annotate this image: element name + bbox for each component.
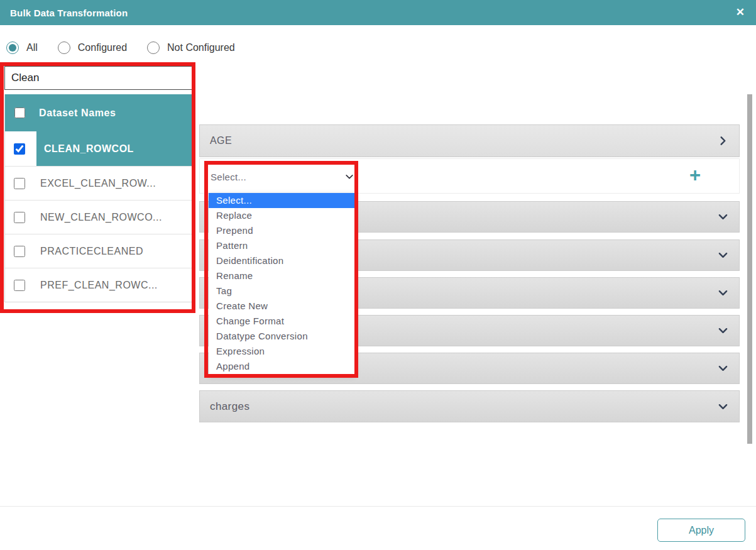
radio-all[interactable]: All (6, 41, 38, 54)
radio-not-configured[interactable]: Not Configured (147, 41, 235, 54)
transformation-select-value: Select... (209, 172, 246, 182)
dataset-name: CLEAN_ROWCOL (36, 131, 192, 166)
radio-all-label: All (26, 42, 38, 53)
bulk-data-transformation-dialog: Bulk Data Transformation ✕ All Configure… (0, 0, 756, 550)
close-icon[interactable]: ✕ (736, 6, 745, 19)
dataset-name: PRACTICECLEANED (36, 234, 192, 268)
accordion-charges-label: charges (210, 400, 249, 413)
dialog-titlebar: Bulk Data Transformation ✕ (0, 0, 756, 25)
row-checkbox[interactable] (14, 246, 25, 257)
dataset-name: NEW_CLEAN_ROWCO... (36, 201, 192, 234)
accordion-charges[interactable]: charges (199, 390, 740, 422)
dataset-table: Dataset Names CLEAN_ROWCOL EXCEL_CLEAN_R… (4, 94, 192, 302)
radio-configured[interactable]: Configured (58, 41, 127, 54)
table-row[interactable]: CLEAN_ROWCOL (5, 131, 192, 166)
dataset-table-header: Dataset Names (5, 94, 192, 131)
row-checkbox-cell (5, 167, 36, 200)
chevron-down-icon (345, 172, 354, 181)
footer-divider (0, 506, 756, 507)
select-all-checkbox[interactable] (14, 107, 25, 118)
radio-not-configured-input[interactable] (147, 41, 160, 54)
radio-not-configured-label: Not Configured (167, 42, 235, 53)
row-checkbox[interactable] (14, 212, 25, 223)
select-option[interactable]: Append (209, 359, 355, 374)
transformation-row: Select... + (199, 158, 740, 194)
dataset-name: PREF_CLEAN_ROWC... (36, 268, 192, 302)
row-checkbox-cell (5, 201, 36, 234)
select-option[interactable]: Tag (209, 283, 355, 299)
radio-configured-input[interactable] (58, 41, 70, 54)
table-row[interactable]: EXCEL_CLEAN_ROW... (5, 166, 192, 200)
select-option[interactable]: Expression (209, 344, 355, 359)
vertical-scrollbar[interactable] (747, 94, 752, 444)
radio-configured-label: Configured (78, 42, 127, 53)
chevron-down-icon (718, 212, 728, 222)
row-checkbox[interactable] (14, 280, 25, 291)
select-option[interactable]: Deidentification (209, 253, 355, 268)
select-option[interactable]: Select... (209, 193, 355, 208)
chevron-down-icon (718, 326, 728, 336)
row-checkbox-cell (5, 131, 36, 166)
row-checkbox-cell (5, 234, 36, 268)
dialog-title: Bulk Data Transformation (0, 8, 128, 18)
select-option[interactable]: Datatype Conversion (209, 329, 355, 344)
table-row[interactable]: PREF_CLEAN_ROWC... (5, 268, 192, 302)
row-checkbox[interactable] (14, 143, 25, 155)
select-option[interactable]: Prepend (209, 223, 355, 238)
chevron-right-icon (718, 136, 728, 146)
transformation-option-list: Select... Replace Prepend Pattern Deiden… (209, 193, 355, 374)
table-row[interactable]: PRACTICECLEANED (5, 234, 192, 268)
row-checkbox-cell (5, 268, 36, 302)
transformation-select[interactable]: Select... (209, 167, 354, 186)
add-transformation-button[interactable]: + (684, 164, 706, 187)
select-option[interactable]: Rename (209, 268, 355, 283)
dataset-table-header-label: Dataset Names (39, 107, 116, 119)
chevron-down-icon (718, 289, 728, 298)
radio-all-input[interactable] (6, 41, 19, 54)
select-option[interactable]: Replace (209, 208, 355, 223)
table-row[interactable]: NEW_CLEAN_ROWCO... (5, 200, 192, 234)
select-option[interactable]: Create New (209, 299, 355, 314)
select-option[interactable]: Change Format (209, 314, 355, 329)
accordion-age-label: AGE (210, 135, 232, 146)
dataset-name: EXCEL_CLEAN_ROW... (36, 167, 192, 200)
chevron-down-icon (718, 364, 728, 373)
chevron-down-icon (718, 251, 728, 260)
chevron-down-icon (718, 402, 728, 411)
dataset-search-input[interactable] (4, 66, 192, 90)
accordion-age[interactable]: AGE (199, 124, 740, 157)
apply-button[interactable]: Apply (657, 519, 745, 542)
filter-radio-group: All Configured Not Configured (6, 41, 235, 54)
row-checkbox[interactable] (14, 178, 25, 189)
select-option[interactable]: Pattern (209, 238, 355, 253)
